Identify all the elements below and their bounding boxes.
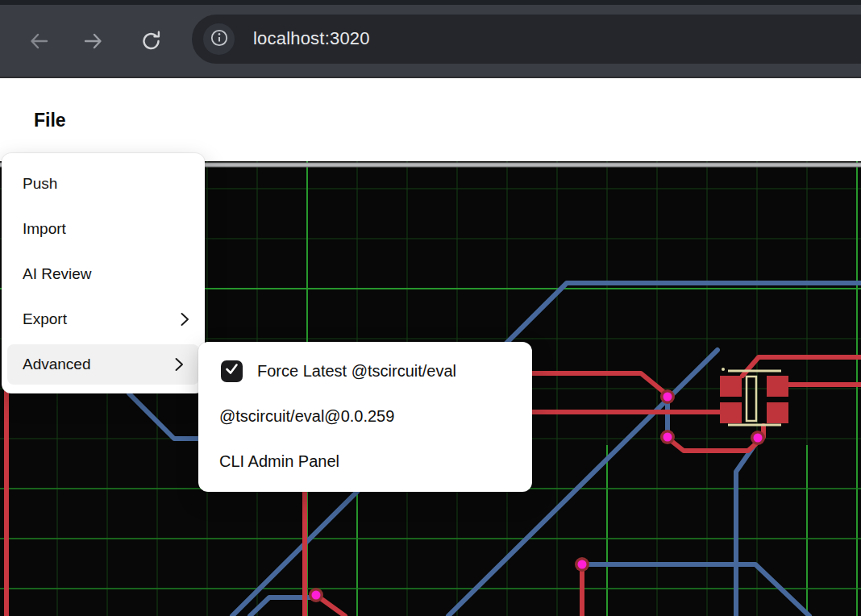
- pcb-via: [754, 434, 763, 443]
- pcb-pad: [767, 376, 788, 397]
- pcb-pad: [767, 402, 788, 423]
- menu-item-label: Push: [23, 175, 57, 193]
- chevron-right-icon: [173, 356, 185, 373]
- file-menu-trigger[interactable]: File: [34, 110, 66, 131]
- menu-item-label: Import: [23, 220, 66, 238]
- silkscreen-dot: [722, 368, 725, 371]
- info-icon: [210, 28, 229, 51]
- site-info-button[interactable]: [203, 23, 235, 55]
- menu-item-label: Export: [23, 310, 67, 328]
- menu-item-export[interactable]: Export: [2, 297, 205, 342]
- menu-item-label: AI Review: [23, 265, 92, 283]
- menu-item-import[interactable]: Import: [2, 206, 205, 252]
- browser-chrome: localhost:3020: [0, 0, 861, 78]
- pcb-via: [312, 591, 321, 600]
- pcb-pad: [720, 376, 742, 397]
- submenu-item-label: Force Latest @tscircuit/eval: [257, 362, 456, 381]
- submenu-item-force-latest[interactable]: Force Latest @tscircuit/eval: [198, 348, 532, 393]
- checkmark-icon: [224, 361, 239, 381]
- submenu-item-label: @tscircuit/eval@0.0.259: [219, 407, 394, 426]
- menu-item-label: Advanced: [23, 356, 91, 373]
- chevron-right-icon: [179, 311, 190, 327]
- back-button[interactable]: [27, 29, 51, 53]
- window-top-strip: [0, 0, 861, 5]
- pcb-via: [663, 393, 672, 402]
- submenu-item-label: CLI Admin Panel: [219, 452, 339, 471]
- pcb-via: [663, 433, 672, 442]
- advanced-submenu: Force Latest @tscircuit/eval @tscircuit/…: [198, 342, 532, 492]
- pcb-via: [578, 560, 587, 569]
- url-bar[interactable]: localhost:3020: [192, 15, 861, 64]
- forward-button[interactable]: [81, 29, 106, 53]
- menu-item-advanced[interactable]: Advanced: [7, 344, 199, 385]
- reload-button[interactable]: [139, 29, 164, 53]
- file-dropdown-menu: Push Import AI Review Export Advanced: [2, 153, 205, 393]
- page: File Push Import AI Review Export Advanc…: [0, 78, 861, 616]
- submenu-item-eval-version[interactable]: @tscircuit/eval@0.0.259: [198, 393, 532, 439]
- back-arrow-icon: [27, 29, 51, 53]
- checkbox-checked[interactable]: [221, 360, 243, 382]
- forward-arrow-icon: [81, 29, 106, 53]
- menu-item-ai-review[interactable]: AI Review: [2, 252, 205, 297]
- pcb-pad: [720, 402, 742, 423]
- submenu-item-cli-admin-panel[interactable]: CLI Admin Panel: [198, 439, 532, 484]
- reload-icon: [139, 29, 164, 53]
- url-text[interactable]: localhost:3020: [253, 28, 370, 49]
- menu-item-push[interactable]: Push: [2, 161, 205, 206]
